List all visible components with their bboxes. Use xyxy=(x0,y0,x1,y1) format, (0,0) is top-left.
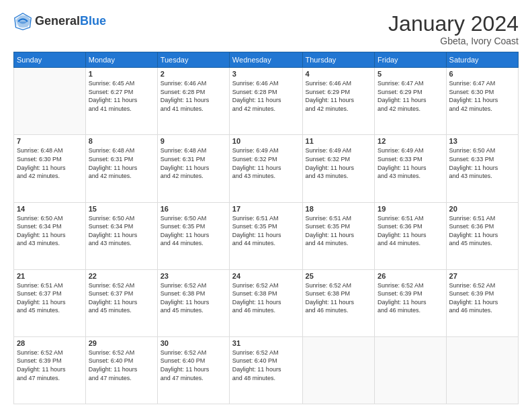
calendar-cell: 9Sunrise: 6:48 AM Sunset: 6:31 PM Daylig… xyxy=(157,135,229,202)
day-number: 29 xyxy=(89,339,154,347)
day-header-monday: Monday xyxy=(85,52,157,68)
calendar-cell: 19Sunrise: 6:51 AM Sunset: 6:36 PM Dayli… xyxy=(375,202,447,269)
calendar-cell: 21Sunrise: 6:51 AM Sunset: 6:37 PM Dayli… xyxy=(14,269,86,336)
day-number: 9 xyxy=(161,137,226,145)
calendar-week-row: 14Sunrise: 6:50 AM Sunset: 6:34 PM Dayli… xyxy=(14,202,519,269)
title-block: January 2024 Gbeta, Ivory Coast xyxy=(388,12,519,46)
day-number: 31 xyxy=(232,339,300,347)
header: General Blue January 2024 Gbeta, Ivory C… xyxy=(13,12,519,46)
day-info: Sunrise: 6:52 AM Sunset: 6:38 PM Dayligh… xyxy=(306,281,372,315)
day-number: 23 xyxy=(161,272,226,280)
calendar-cell: 11Sunrise: 6:49 AM Sunset: 6:32 PM Dayli… xyxy=(302,135,375,202)
day-number: 10 xyxy=(232,137,300,145)
day-number: 27 xyxy=(449,272,515,280)
calendar-cell: 16Sunrise: 6:50 AM Sunset: 6:35 PM Dayli… xyxy=(157,202,229,269)
day-info: Sunrise: 6:49 AM Sunset: 6:32 PM Dayligh… xyxy=(306,146,372,180)
day-number: 14 xyxy=(17,205,83,213)
calendar-cell: 17Sunrise: 6:51 AM Sunset: 6:35 PM Dayli… xyxy=(229,202,302,269)
day-info: Sunrise: 6:50 AM Sunset: 6:33 PM Dayligh… xyxy=(449,146,515,180)
day-info: Sunrise: 6:52 AM Sunset: 6:40 PM Dayligh… xyxy=(161,349,226,382)
day-info: Sunrise: 6:50 AM Sunset: 6:34 PM Dayligh… xyxy=(17,214,83,248)
calendar-table: SundayMondayTuesdayWednesdayThursdayFrid… xyxy=(13,52,519,404)
day-header-sunday: Sunday xyxy=(14,52,86,68)
month-title: January 2024 xyxy=(388,12,519,36)
day-number: 22 xyxy=(89,272,154,280)
calendar-cell: 8Sunrise: 6:48 AM Sunset: 6:31 PM Daylig… xyxy=(85,135,157,202)
calendar-cell: 23Sunrise: 6:52 AM Sunset: 6:38 PM Dayli… xyxy=(157,269,229,336)
day-info: Sunrise: 6:48 AM Sunset: 6:31 PM Dayligh… xyxy=(161,146,226,180)
page: General Blue January 2024 Gbeta, Ivory C… xyxy=(0,0,532,411)
day-number: 5 xyxy=(378,70,443,78)
day-number: 15 xyxy=(89,205,154,213)
location: Gbeta, Ivory Coast xyxy=(388,36,519,46)
logo: General Blue xyxy=(13,12,106,31)
day-number: 30 xyxy=(161,339,226,347)
calendar-cell: 13Sunrise: 6:50 AM Sunset: 6:33 PM Dayli… xyxy=(446,135,518,202)
calendar-week-row: 28Sunrise: 6:52 AM Sunset: 6:39 PM Dayli… xyxy=(14,336,519,404)
calendar-week-row: 1Sunrise: 6:45 AM Sunset: 6:27 PM Daylig… xyxy=(14,68,519,135)
day-info: Sunrise: 6:47 AM Sunset: 6:30 PM Dayligh… xyxy=(449,79,515,113)
calendar-cell: 29Sunrise: 6:52 AM Sunset: 6:40 PM Dayli… xyxy=(85,336,157,404)
day-info: Sunrise: 6:50 AM Sunset: 6:35 PM Dayligh… xyxy=(161,214,226,248)
day-number: 12 xyxy=(378,137,443,145)
logo-blue: Blue xyxy=(80,15,106,28)
day-number: 11 xyxy=(306,137,372,145)
day-header-wednesday: Wednesday xyxy=(229,52,302,68)
day-info: Sunrise: 6:48 AM Sunset: 6:31 PM Dayligh… xyxy=(89,146,154,180)
calendar-cell: 12Sunrise: 6:49 AM Sunset: 6:33 PM Dayli… xyxy=(375,135,447,202)
logo-icon xyxy=(13,12,32,31)
calendar-cell: 7Sunrise: 6:48 AM Sunset: 6:30 PM Daylig… xyxy=(14,135,86,202)
day-info: Sunrise: 6:49 AM Sunset: 6:32 PM Dayligh… xyxy=(232,146,300,180)
day-info: Sunrise: 6:50 AM Sunset: 6:34 PM Dayligh… xyxy=(89,214,154,248)
day-info: Sunrise: 6:51 AM Sunset: 6:36 PM Dayligh… xyxy=(449,214,515,248)
calendar-header-row: SundayMondayTuesdayWednesdayThursdayFrid… xyxy=(14,52,519,68)
logo-text: General Blue xyxy=(35,15,106,28)
day-number: 21 xyxy=(17,272,83,280)
calendar-week-row: 21Sunrise: 6:51 AM Sunset: 6:37 PM Dayli… xyxy=(14,269,519,336)
calendar-cell: 18Sunrise: 6:51 AM Sunset: 6:35 PM Dayli… xyxy=(302,202,375,269)
calendar-week-row: 7Sunrise: 6:48 AM Sunset: 6:30 PM Daylig… xyxy=(14,135,519,202)
day-info: Sunrise: 6:52 AM Sunset: 6:37 PM Dayligh… xyxy=(89,281,154,315)
day-header-friday: Friday xyxy=(375,52,447,68)
day-header-saturday: Saturday xyxy=(446,52,518,68)
day-number: 1 xyxy=(89,70,154,78)
day-number: 20 xyxy=(449,205,515,213)
calendar-cell: 3Sunrise: 6:46 AM Sunset: 6:28 PM Daylig… xyxy=(229,68,302,135)
day-info: Sunrise: 6:49 AM Sunset: 6:33 PM Dayligh… xyxy=(378,146,443,180)
calendar-cell: 24Sunrise: 6:52 AM Sunset: 6:38 PM Dayli… xyxy=(229,269,302,336)
day-number: 4 xyxy=(306,70,372,78)
day-info: Sunrise: 6:52 AM Sunset: 6:39 PM Dayligh… xyxy=(449,281,515,315)
day-number: 24 xyxy=(232,272,300,280)
calendar-cell xyxy=(302,336,375,404)
calendar-cell: 6Sunrise: 6:47 AM Sunset: 6:30 PM Daylig… xyxy=(446,68,518,135)
day-info: Sunrise: 6:52 AM Sunset: 6:39 PM Dayligh… xyxy=(378,281,443,315)
calendar-cell: 2Sunrise: 6:46 AM Sunset: 6:28 PM Daylig… xyxy=(157,68,229,135)
day-info: Sunrise: 6:52 AM Sunset: 6:38 PM Dayligh… xyxy=(161,281,226,315)
calendar-cell: 15Sunrise: 6:50 AM Sunset: 6:34 PM Dayli… xyxy=(85,202,157,269)
day-info: Sunrise: 6:52 AM Sunset: 6:38 PM Dayligh… xyxy=(232,281,300,315)
day-number: 8 xyxy=(89,137,154,145)
calendar-cell xyxy=(375,336,447,404)
day-info: Sunrise: 6:51 AM Sunset: 6:37 PM Dayligh… xyxy=(17,281,83,315)
calendar-cell xyxy=(446,336,518,404)
day-info: Sunrise: 6:51 AM Sunset: 6:35 PM Dayligh… xyxy=(232,214,300,248)
calendar-cell: 1Sunrise: 6:45 AM Sunset: 6:27 PM Daylig… xyxy=(85,68,157,135)
day-number: 18 xyxy=(306,205,372,213)
calendar-cell: 27Sunrise: 6:52 AM Sunset: 6:39 PM Dayli… xyxy=(446,269,518,336)
day-number: 2 xyxy=(161,70,226,78)
day-number: 19 xyxy=(378,205,443,213)
day-info: Sunrise: 6:46 AM Sunset: 6:29 PM Dayligh… xyxy=(306,79,372,113)
calendar-cell: 26Sunrise: 6:52 AM Sunset: 6:39 PM Dayli… xyxy=(375,269,447,336)
day-info: Sunrise: 6:47 AM Sunset: 6:29 PM Dayligh… xyxy=(378,79,443,113)
calendar-cell xyxy=(14,68,86,135)
calendar-cell: 5Sunrise: 6:47 AM Sunset: 6:29 PM Daylig… xyxy=(375,68,447,135)
day-number: 25 xyxy=(306,272,372,280)
day-info: Sunrise: 6:51 AM Sunset: 6:36 PM Dayligh… xyxy=(378,214,443,248)
day-info: Sunrise: 6:48 AM Sunset: 6:30 PM Dayligh… xyxy=(17,146,83,180)
calendar-cell: 20Sunrise: 6:51 AM Sunset: 6:36 PM Dayli… xyxy=(446,202,518,269)
day-info: Sunrise: 6:52 AM Sunset: 6:40 PM Dayligh… xyxy=(89,349,154,382)
calendar-cell: 28Sunrise: 6:52 AM Sunset: 6:39 PM Dayli… xyxy=(14,336,86,404)
calendar-cell: 14Sunrise: 6:50 AM Sunset: 6:34 PM Dayli… xyxy=(14,202,86,269)
day-number: 13 xyxy=(449,137,515,145)
day-number: 16 xyxy=(161,205,226,213)
